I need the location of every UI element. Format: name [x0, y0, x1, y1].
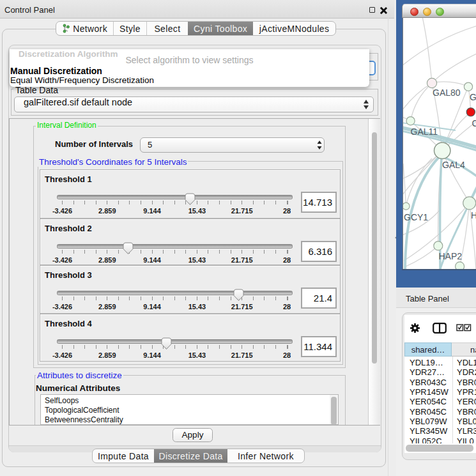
svg-text:HAP2: HAP2 — [439, 251, 463, 261]
svg-text:GA: GA — [470, 92, 476, 102]
svg-text:GAL11: GAL11 — [411, 127, 438, 137]
svg-text:GAL4: GAL4 — [442, 160, 465, 170]
svg-text:GAL80: GAL80 — [433, 88, 461, 98]
svg-text:C: C — [472, 118, 476, 128]
svg-text:GCY1: GCY1 — [404, 212, 428, 222]
svg-text:HA: HA — [471, 210, 476, 220]
